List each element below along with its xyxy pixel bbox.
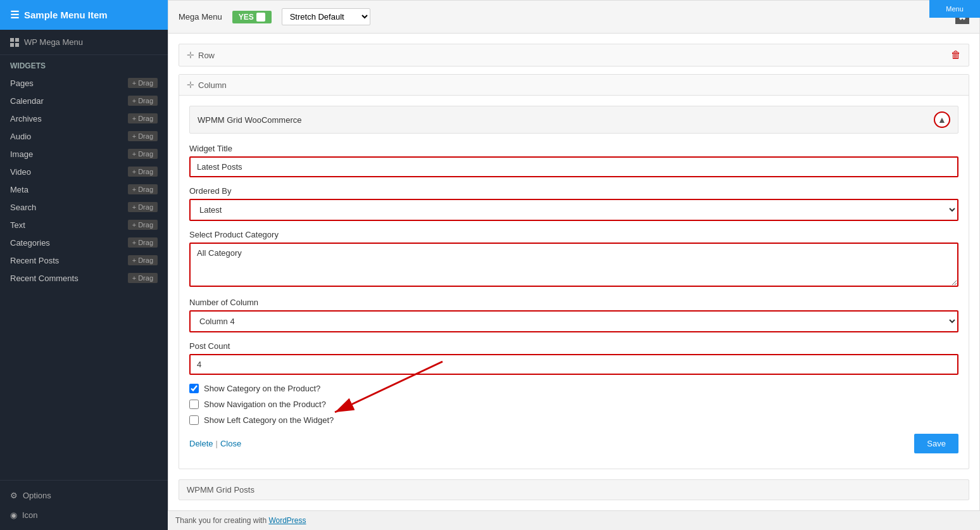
widget-item-image: Image + Drag	[0, 145, 168, 163]
form-actions: Delete | Close Save	[189, 434, 958, 453]
drag-text-button[interactable]: + Drag	[128, 220, 158, 230]
wordpress-link[interactable]: WordPress	[268, 516, 306, 525]
checkbox-show-left-category: Show Left Category on the Widget?	[189, 415, 958, 425]
wpmm-grid-posts-bar: WPMM Grid Posts	[179, 479, 969, 500]
show-category-label: Show Category on the Product?	[204, 384, 320, 393]
drag-archives-button[interactable]: + Drag	[128, 113, 158, 123]
stretch-select[interactable]: Stretch Default	[282, 8, 370, 25]
checkbox-show-category: Show Category on the Product?	[189, 384, 958, 393]
save-button[interactable]: Save	[914, 434, 958, 453]
num-column-select[interactable]: Column 1 Column 2 Column 3 Column 4	[189, 310, 958, 332]
num-column-label: Number of Column	[189, 298, 958, 307]
post-count-group: Post Count	[189, 341, 958, 375]
show-left-category-checkbox[interactable]	[189, 415, 199, 425]
drag-audio-button[interactable]: + Drag	[128, 131, 158, 141]
widget-label-video: Video	[10, 167, 31, 177]
widget-label-recent-comments: Recent Comments	[10, 274, 79, 283]
widget-label-meta: Meta	[10, 185, 28, 194]
sidebar-bottom: ⚙ Options ◉ Icon	[0, 480, 168, 530]
widget-title-bar: WPMM Grid WooCommerce ▲	[189, 106, 958, 134]
column-panel: ✛ Column WPMM Grid WooCommerce ▲ Widget …	[179, 74, 969, 469]
main-content: Menu Mega Menu YES Stretch Default ✖	[168, 0, 980, 530]
bottom-bar-text: Thank you for creating with	[175, 516, 268, 525]
column-move-icon: ✛	[187, 80, 194, 90]
widget-label-categories: Categories	[10, 238, 50, 248]
gear-icon: ⚙	[10, 491, 18, 500]
widget-item-meta: Meta + Drag	[0, 180, 168, 198]
close-widget-button[interactable]: Close	[220, 439, 241, 448]
sidebar-icon-item[interactable]: ◉ Icon	[0, 505, 168, 525]
row-bar: ✛ Row 🗑	[179, 44, 969, 66]
widget-item-recent-comments: Recent Comments + Drag	[0, 269, 168, 287]
yes-label: YES	[239, 13, 254, 22]
mega-menu-modal: Mega Menu YES Stretch Default ✖ ✛ Row	[168, 0, 980, 530]
drag-image-button[interactable]: + Drag	[128, 149, 158, 159]
modal-header: Mega Menu YES Stretch Default ✖	[168, 1, 979, 34]
options-label: Options	[23, 491, 51, 500]
drag-pages-button[interactable]: + Drag	[128, 78, 158, 88]
product-category-group: Select Product Category All Category	[189, 230, 958, 289]
num-column-group: Number of Column Column 1 Column 2 Colum…	[189, 298, 958, 332]
widget-label-audio: Audio	[10, 132, 31, 141]
widget-item-categories: Categories + Drag	[0, 234, 168, 251]
trash-icon[interactable]: 🗑	[951, 49, 961, 61]
sidebar: ☰ Sample Menu Item WP Mega Menu Widgets …	[0, 0, 168, 530]
drag-meta-button[interactable]: + Drag	[128, 184, 158, 194]
drag-video-button[interactable]: + Drag	[128, 167, 158, 177]
show-category-checkbox[interactable]	[189, 384, 199, 393]
ordered-by-group: Ordered By Latest Popular Random	[189, 186, 958, 221]
row-bar-left: ✛ Row	[187, 50, 215, 60]
grid-icon	[10, 38, 19, 47]
widget-title-label: Widget Title	[189, 144, 958, 153]
widget-label-pages: Pages	[10, 79, 34, 88]
mega-menu-label: Mega Menu	[179, 12, 222, 22]
modal-body: ✛ Row 🗑 ✛ Column WPMM Grid Wo	[168, 34, 979, 529]
product-category-textarea[interactable]: All Category	[189, 243, 958, 287]
drag-calendar-button[interactable]: + Drag	[128, 96, 158, 106]
sidebar-plugin-title-text: WP Mega Menu	[24, 37, 83, 47]
ordered-by-label: Ordered By	[189, 186, 958, 196]
column-label: Column	[198, 80, 227, 90]
drag-recent-comments-button[interactable]: + Drag	[128, 273, 158, 283]
widget-item-video: Video + Drag	[0, 163, 168, 180]
show-navigation-checkbox[interactable]	[189, 400, 199, 409]
widget-title-group: Widget Title	[189, 144, 958, 177]
widget-item-recent-posts: Recent Posts + Drag	[0, 251, 168, 269]
widget-name-text: WPMM Grid WooCommerce	[198, 115, 301, 125]
delete-button[interactable]: Delete	[189, 439, 213, 448]
widget-item-audio: Audio + Drag	[0, 127, 168, 145]
yes-toggle-button[interactable]: YES	[232, 11, 272, 23]
widget-label-search: Search	[10, 203, 36, 212]
widget-title-input[interactable]	[189, 156, 958, 177]
product-category-label: Select Product Category	[189, 230, 958, 239]
sidebar-header-title: Sample Menu Item	[24, 9, 108, 20]
ordered-by-select[interactable]: Latest Popular Random	[189, 199, 958, 221]
toggle-dot	[256, 13, 265, 22]
show-left-category-label: Show Left Category on the Widget?	[204, 415, 334, 425]
wpmm-bar-label: Menu	[946, 5, 964, 13]
post-count-input[interactable]	[189, 354, 958, 375]
expand-widget-button[interactable]: ▲	[934, 111, 950, 128]
hamburger-icon: ☰	[10, 9, 19, 21]
widget-label-text: Text	[10, 220, 25, 230]
icon-icon: ◉	[10, 510, 17, 520]
widget-list: Pages + Drag Calendar + Drag Archives + …	[0, 74, 168, 480]
widget-form: WPMM Grid WooCommerce ▲ Widget Title Ord…	[179, 96, 969, 469]
checkbox-show-navigation: Show Navigation on the Product?	[189, 400, 958, 409]
action-separator: |	[216, 439, 218, 448]
bottom-bar: Thank you for creating with WordPress	[168, 510, 980, 530]
wpmm-top-bar: Menu	[929, 0, 980, 18]
widget-item-pages: Pages + Drag	[0, 74, 168, 92]
widget-label-recent-posts: Recent Posts	[10, 256, 59, 265]
drag-search-button[interactable]: + Drag	[128, 202, 158, 212]
widget-label-image: Image	[10, 149, 33, 159]
drag-categories-button[interactable]: + Drag	[128, 237, 158, 248]
sidebar-plugin-section: WP Mega Menu	[0, 30, 168, 55]
widgets-section-label: Widgets	[0, 55, 168, 74]
sidebar-options-item[interactable]: ⚙ Options	[0, 486, 168, 505]
move-icon: ✛	[187, 50, 194, 60]
widget-label-archives: Archives	[10, 114, 42, 123]
drag-recent-posts-button[interactable]: + Drag	[128, 255, 158, 265]
sidebar-header: ☰ Sample Menu Item	[0, 0, 168, 30]
row-label: Row	[198, 51, 215, 60]
